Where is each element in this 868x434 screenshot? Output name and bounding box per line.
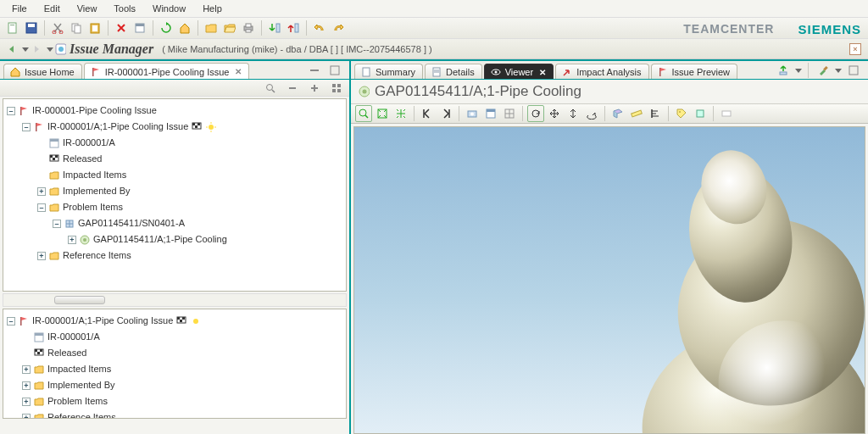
- props-icon[interactable]: [131, 19, 148, 36]
- expand-icon[interactable]: [306, 80, 323, 97]
- checkout-icon[interactable]: [285, 19, 302, 36]
- menu-window[interactable]: Window: [144, 2, 194, 15]
- pan-icon[interactable]: [546, 105, 563, 122]
- sun-icon: [205, 121, 217, 133]
- menu-dropdown-icon[interactable]: [834, 66, 843, 75]
- fit-icon[interactable]: [374, 105, 391, 122]
- close-icon[interactable]: ✕: [539, 68, 546, 77]
- tree-node[interactable]: IR-000001/A: [63, 136, 115, 150]
- close-perspective-icon[interactable]: ×: [849, 43, 861, 55]
- tree-node[interactable]: Problem Items: [47, 394, 108, 409]
- capture-icon[interactable]: [464, 105, 481, 122]
- cut-icon[interactable]: [49, 19, 66, 36]
- expander-icon[interactable]: +: [22, 398, 31, 406]
- zoom-area-icon[interactable]: [355, 105, 372, 122]
- expander-icon[interactable]: –: [22, 123, 31, 131]
- measure-icon[interactable]: [628, 105, 645, 122]
- back-icon[interactable]: [6, 43, 18, 55]
- empty-slot-icon[interactable]: [718, 105, 735, 122]
- menu-tools[interactable]: Tools: [105, 2, 144, 15]
- back-dropdown-icon[interactable]: [21, 45, 30, 53]
- expander-icon[interactable]: –: [53, 220, 61, 228]
- expander-icon[interactable]: –: [7, 317, 15, 326]
- tree-node[interactable]: Implemented By: [63, 184, 130, 198]
- checkin-icon[interactable]: [266, 19, 283, 36]
- delete-icon[interactable]: [113, 19, 130, 36]
- tree-node[interactable]: GAP01145411/SN0401-A: [78, 216, 185, 231]
- menu-dropdown-icon[interactable]: [794, 66, 803, 75]
- menu-edit[interactable]: Edit: [36, 2, 69, 15]
- copy-icon[interactable]: [68, 19, 85, 36]
- last-icon[interactable]: [437, 105, 454, 122]
- spin-icon[interactable]: [583, 105, 600, 122]
- fit-all-icon[interactable]: [392, 105, 409, 122]
- expander-icon[interactable]: +: [22, 414, 31, 420]
- expander-icon[interactable]: +: [68, 236, 76, 244]
- tab-viewer[interactable]: Viewer ✕: [484, 64, 554, 79]
- tag-icon[interactable]: [673, 105, 690, 122]
- menu-file[interactable]: File: [3, 2, 36, 15]
- menu-view[interactable]: View: [69, 2, 106, 15]
- tree-node[interactable]: Released: [47, 346, 86, 360]
- paste-icon[interactable]: [86, 19, 103, 36]
- tab-summary[interactable]: Summary: [354, 64, 423, 79]
- expander-icon[interactable]: +: [37, 252, 46, 260]
- zoom-icon[interactable]: [565, 105, 581, 122]
- tree-node[interactable]: Impacted Items: [63, 168, 126, 182]
- export-icon[interactable]: [775, 62, 792, 79]
- tab-menu-icon[interactable]: [306, 62, 323, 79]
- tree-node[interactable]: Problem Items: [63, 200, 123, 214]
- folder-icon: [33, 380, 45, 392]
- rotate-icon[interactable]: [527, 105, 544, 122]
- search-icon[interactable]: [262, 80, 279, 97]
- expander-icon[interactable]: –: [7, 107, 15, 115]
- redo-icon[interactable]: [330, 19, 347, 36]
- section-icon[interactable]: [609, 105, 626, 122]
- tree-node[interactable]: Impacted Items: [47, 362, 111, 376]
- maximize-icon[interactable]: [326, 62, 343, 79]
- tree-node[interactable]: Implemented By: [47, 378, 114, 392]
- forward-dropdown-icon[interactable]: [46, 45, 54, 53]
- tree-node[interactable]: Reference Items: [63, 248, 131, 263]
- forward-icon[interactable]: [31, 43, 42, 55]
- first-icon[interactable]: [419, 105, 436, 122]
- refresh-icon[interactable]: [158, 19, 175, 36]
- brush-icon[interactable]: [815, 62, 832, 79]
- tab-issue-preview[interactable]: Issue Preview: [651, 64, 737, 79]
- tab-impact-analysis[interactable]: Impact Analysis: [555, 64, 648, 79]
- 3d-viewport[interactable]: [353, 126, 865, 434]
- tree-top[interactable]: – IR-000001-Pipe Cooling Issue – IR-0000…: [3, 98, 347, 292]
- align-icon[interactable]: [647, 105, 664, 122]
- home-icon[interactable]: [176, 19, 193, 36]
- maximize-icon[interactable]: [845, 62, 862, 79]
- tree-node[interactable]: Released: [63, 152, 102, 166]
- tree-node[interactable]: GAP01145411/A;1-Pipe Cooling: [93, 232, 227, 247]
- markup-icon[interactable]: [692, 105, 709, 122]
- show-all-icon[interactable]: [328, 80, 345, 97]
- grid-icon[interactable]: [501, 105, 518, 122]
- tab-issue-ir000001[interactable]: IR-000001-Pipe Cooling Issue ✕: [84, 63, 250, 79]
- undo-icon[interactable]: [311, 19, 328, 36]
- tree-bottom[interactable]: – IR-000001/A;1-Pipe Cooling Issue IR-00…: [3, 309, 347, 419]
- folder-open-icon[interactable]: [221, 19, 238, 36]
- tree-node-root[interactable]: IR-000001-Pipe Cooling Issue: [32, 103, 157, 118]
- print-icon[interactable]: [240, 19, 257, 36]
- tab-issue-home[interactable]: Issue Home: [3, 64, 82, 79]
- expander-icon[interactable]: +: [37, 187, 46, 196]
- expander-icon[interactable]: +: [22, 365, 31, 374]
- scrollbar-horizontal[interactable]: [3, 293, 347, 307]
- close-icon[interactable]: ✕: [235, 67, 242, 76]
- collapse-icon[interactable]: [284, 80, 301, 97]
- folder-icon[interactable]: [203, 19, 220, 36]
- menu-help[interactable]: Help: [194, 2, 231, 15]
- tree-node[interactable]: Reference Items: [47, 410, 116, 419]
- expander-icon[interactable]: +: [22, 381, 31, 390]
- new-doc-icon[interactable]: [4, 19, 21, 36]
- save-icon[interactable]: [23, 19, 40, 36]
- expander-icon[interactable]: –: [37, 203, 46, 212]
- tree-node-root[interactable]: IR-000001/A;1-Pipe Cooling Issue: [32, 314, 173, 328]
- tab-details[interactable]: Details: [425, 64, 482, 79]
- tree-node[interactable]: IR-000001/A: [47, 330, 100, 344]
- window-icon[interactable]: [482, 105, 499, 122]
- tree-node[interactable]: IR-000001/A;1-Pipe Cooling Issue: [47, 120, 188, 134]
